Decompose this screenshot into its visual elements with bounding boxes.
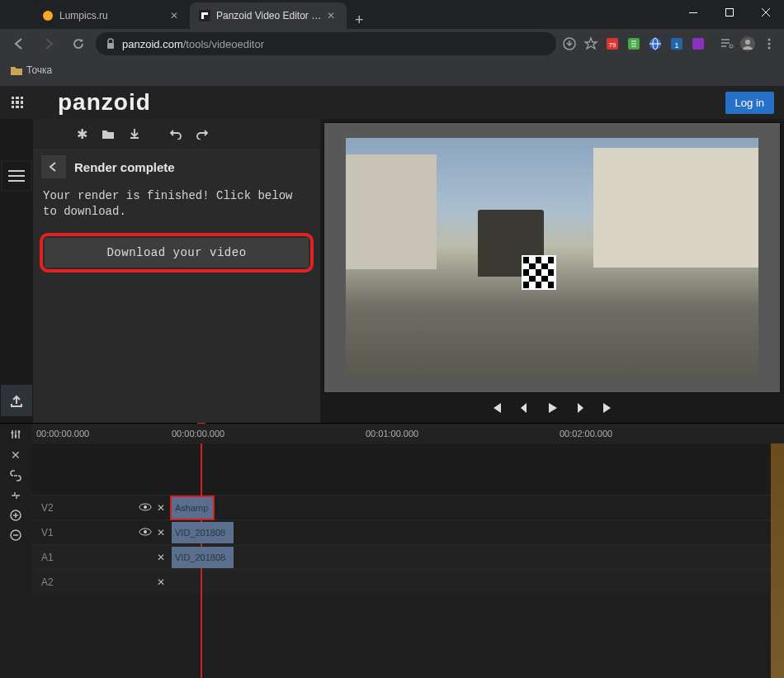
svg-point-14: [730, 45, 733, 48]
svg-point-28: [144, 530, 147, 533]
visibility-toggle-icon[interactable]: [139, 527, 152, 538]
track-v2: V2✕ Ashamp: [31, 495, 784, 519]
star-icon[interactable]: [583, 36, 599, 52]
tab-panzoid[interactable]: Panzoid Video Editor - Edit Video ✕: [190, 2, 347, 29]
svg-point-26: [144, 505, 147, 509]
svg-point-20: [12, 432, 14, 434]
svg-point-18: [768, 43, 771, 45]
window-minimize-button[interactable]: [675, 0, 711, 25]
panel-toolbar: ✱: [33, 119, 320, 149]
clip-vid[interactable]: VID_201808: [172, 522, 234, 543]
tab-close-icon[interactable]: ✕: [327, 10, 338, 21]
clip-ashamp[interactable]: Ashamp: [172, 497, 213, 519]
track-label: A2: [41, 576, 54, 588]
tab-strip: Lumpics.ru ✕ Panzoid Video Editor - Edit…: [0, 0, 784, 29]
play-icon[interactable]: [545, 401, 559, 415]
folder-icon: [10, 64, 23, 76]
svg-point-21: [15, 435, 17, 438]
skip-start-icon[interactable]: [489, 401, 503, 415]
export-button[interactable]: [1, 385, 32, 416]
preview-scene: [346, 154, 437, 269]
track-remove-icon[interactable]: ✕: [157, 527, 165, 538]
track-remove-icon[interactable]: ✕: [157, 576, 165, 588]
panel-back-button[interactable]: [41, 155, 66, 178]
install-icon[interactable]: [561, 36, 578, 52]
tool-zoom-in-icon[interactable]: [10, 510, 21, 521]
track-remove-icon[interactable]: ✕: [157, 552, 165, 563]
ext-red-icon[interactable]: 79: [604, 36, 621, 52]
timeline-tools: ✕: [0, 424, 31, 678]
menu-icon[interactable]: [761, 36, 777, 52]
svg-point-16: [745, 40, 750, 45]
tab-title: Lumpics.ru: [59, 10, 165, 21]
ext-green-icon[interactable]: [626, 36, 642, 52]
app-header: panzoid Log in: [0, 86, 784, 119]
window-close-button[interactable]: [748, 0, 784, 25]
qr-code-icon: [522, 255, 556, 290]
redo-icon[interactable]: [195, 128, 210, 140]
brand-logo: panzoid: [58, 89, 151, 116]
window-maximize-button[interactable]: [711, 0, 748, 25]
clip-audio[interactable]: VID_201808: [172, 547, 234, 568]
svg-text:1: 1: [674, 41, 678, 50]
timeline-tick: 00:01:00.000: [366, 424, 560, 443]
step-back-icon[interactable]: [517, 401, 531, 415]
track-label: A1: [41, 552, 54, 563]
tool-snap-icon[interactable]: [10, 490, 21, 501]
new-tab-button[interactable]: +: [347, 12, 372, 29]
svg-rect-3: [199, 10, 210, 21]
bookmark-bar: Точка: [0, 59, 784, 82]
panel-description: Your render is finished! Click below to …: [33, 185, 320, 230]
track-a1: A1✕ VID_201808: [31, 544, 784, 569]
track-label: V2: [41, 502, 54, 514]
tab-lumpics[interactable]: Lumpics.ru ✕: [33, 2, 190, 29]
back-button[interactable]: [7, 31, 31, 56]
panel-title: Render complete: [74, 160, 175, 174]
reader-icon[interactable]: [718, 36, 734, 52]
svg-point-22: [18, 431, 21, 434]
svg-point-19: [768, 47, 771, 50]
download-icon[interactable]: [127, 128, 142, 140]
download-video-button[interactable]: Download your video: [45, 238, 309, 268]
ext-purple-icon[interactable]: [690, 36, 706, 52]
apps-grid-icon[interactable]: [12, 97, 23, 108]
timeline-tick: 00:00:00.000: [172, 424, 366, 443]
ext-globe-icon[interactable]: [647, 36, 664, 52]
bookmark-folder[interactable]: Точка: [10, 64, 52, 76]
asterisk-icon[interactable]: ✱: [74, 126, 89, 142]
player-controls: [324, 393, 781, 423]
step-forward-icon[interactable]: [574, 401, 587, 415]
skip-end-icon[interactable]: [602, 401, 615, 415]
svg-point-17: [768, 39, 771, 41]
preview-scene: [593, 148, 758, 268]
favicon-icon: [198, 9, 211, 22]
tool-link-icon[interactable]: [10, 470, 21, 481]
forward-button[interactable]: [36, 31, 61, 56]
tool-delete-icon[interactable]: ✕: [11, 448, 21, 462]
track-remove-icon[interactable]: ✕: [157, 502, 165, 514]
svg-rect-1: [726, 9, 734, 17]
timeline-tick: 00:02:00.000: [560, 424, 753, 443]
avatar-icon[interactable]: [739, 36, 756, 52]
svg-rect-0: [689, 12, 697, 13]
ext-blue-icon[interactable]: 1: [668, 36, 685, 52]
folder-icon[interactable]: [101, 129, 116, 140]
tab-title: Panzoid Video Editor - Edit Video: [216, 10, 322, 21]
svg-point-2: [43, 11, 53, 21]
svg-text:79: 79: [609, 41, 616, 49]
url-host: panzoid.com: [122, 38, 183, 50]
url-input[interactable]: panzoid.com/tools/videoeditor: [96, 32, 556, 55]
undo-icon[interactable]: [168, 128, 183, 140]
tool-zoom-out-icon[interactable]: [10, 529, 21, 541]
reload-button[interactable]: [66, 31, 91, 56]
tool-levels-icon[interactable]: [10, 429, 21, 440]
timeline-ruler[interactable]: 00:00:00.000 00:00:00.000 00:01:00.000 0…: [31, 424, 784, 443]
login-button[interactable]: Log in: [725, 92, 774, 114]
lock-icon: [106, 38, 116, 50]
hamburger-button[interactable]: [1, 160, 32, 192]
visibility-toggle-icon[interactable]: [139, 502, 152, 514]
bookmark-label: Точка: [26, 64, 52, 76]
tab-close-icon[interactable]: ✕: [170, 10, 182, 21]
address-bar: panzoid.com/tools/videoeditor 79 1: [0, 29, 784, 59]
favicon-icon: [41, 9, 54, 22]
